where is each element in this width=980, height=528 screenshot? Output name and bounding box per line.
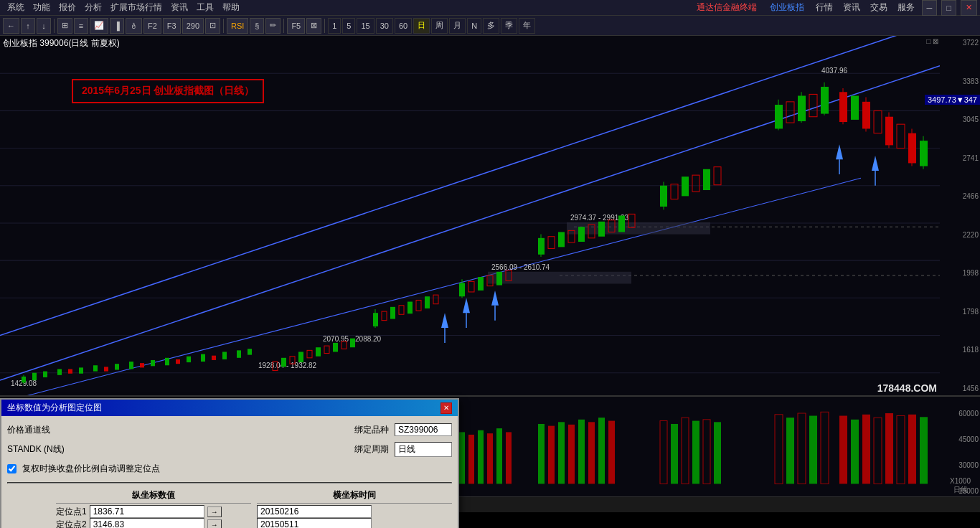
period-year[interactable]: 年	[519, 18, 535, 34]
adjust-ratio-label: 复权时换收盘价比例自动调整定位点	[22, 463, 160, 475]
dialog-row-2: STANDK (N线) 绑定周期 日线	[7, 440, 452, 458]
svg-rect-170	[660, 421, 667, 484]
nav-quotes[interactable]: 行情	[813, 1, 836, 14]
sep4	[324, 19, 325, 33]
indicator-label2: STANDK (N线)	[7, 443, 65, 456]
period-15[interactable]: 15	[357, 18, 374, 34]
svg-rect-81	[548, 237, 555, 249]
menu-system[interactable]: 系统	[3, 1, 29, 14]
menu-extended[interactable]: 扩展市场行情	[106, 1, 166, 14]
tb-back[interactable]: ←	[3, 18, 19, 34]
menu-function[interactable]: 功能	[29, 1, 55, 14]
svg-rect-46	[176, 359, 180, 364]
bind-period-value[interactable]: 日线	[395, 442, 452, 457]
menu-analysis[interactable]: 分析	[80, 1, 106, 14]
period-month[interactable]: 月	[449, 18, 466, 34]
svg-rect-71	[433, 295, 438, 304]
svg-text:4037.96: 4037.96	[821, 67, 847, 75]
svg-rect-84	[578, 227, 585, 242]
nav-news[interactable]: 资讯	[840, 1, 863, 14]
nav-service[interactable]: 服务	[895, 1, 918, 14]
tb-chart[interactable]: 📈	[90, 18, 108, 34]
value-column: 纵坐标数值 定位点1 → 定位点2 → 定位点3 →	[56, 489, 251, 528]
period-1[interactable]: 1	[328, 18, 341, 34]
tb-f3[interactable]: F3	[163, 18, 181, 34]
dialog-title-text: 坐标数值为分析图定位图	[7, 402, 102, 414]
point2-arrow[interactable]: →	[207, 519, 222, 529]
period-week[interactable]: 周	[431, 18, 448, 34]
point1-arrow[interactable]: →	[207, 506, 222, 517]
maximize-button[interactable]: □	[941, 0, 956, 16]
point2-label: 定位点2	[56, 519, 87, 529]
menu-tools[interactable]: 工具	[192, 1, 218, 14]
svg-rect-39	[93, 365, 98, 371]
tb-candle[interactable]: 🕯	[126, 18, 142, 34]
menu-quote[interactable]: 报价	[55, 1, 80, 14]
dialog[interactable]: 坐标数值为分析图定位图 ✕ 价格通道线 绑定品种 SZ399006 STANDK…	[0, 398, 459, 528]
svg-rect-66	[390, 307, 395, 319]
tb-rsi[interactable]: RSI	[227, 18, 248, 34]
svg-rect-69	[416, 300, 421, 311]
tb-290[interactable]: 290	[182, 18, 204, 34]
svg-rect-171	[671, 424, 678, 484]
tb-indicator1[interactable]: §	[250, 18, 264, 34]
period-n[interactable]: N	[467, 18, 481, 34]
nav-trade[interactable]: 交易	[867, 1, 890, 14]
tb-down[interactable]: ↓	[37, 18, 51, 34]
svg-marker-24	[463, 298, 470, 313]
vol-scale-30k: 30000	[942, 461, 979, 469]
point1-value[interactable]	[90, 505, 204, 518]
svg-rect-57	[307, 350, 312, 357]
tb-bar[interactable]: ▐	[110, 18, 124, 34]
svg-rect-181	[839, 416, 847, 484]
tb-grid[interactable]: ⊞	[57, 18, 72, 34]
time-row-1	[257, 505, 452, 518]
svg-rect-188	[920, 417, 928, 484]
period-multi[interactable]: 多	[483, 18, 499, 34]
svg-rect-160	[496, 428, 502, 484]
tb-list[interactable]: ≡	[74, 18, 88, 34]
point2-time[interactable]	[257, 518, 372, 528]
svg-text:1928.04 - 1932.82: 1928.04 - 1932.82	[258, 362, 316, 369]
tb-up[interactable]: ↑	[21, 18, 35, 34]
svg-rect-165	[568, 425, 575, 484]
brand-name: 通达信金融终端	[692, 1, 761, 14]
svg-rect-162	[538, 424, 545, 484]
svg-rect-34	[32, 373, 37, 380]
menu-info[interactable]: 资讯	[166, 1, 192, 14]
minimize-button[interactable]: ─	[922, 0, 938, 16]
bind-symbol-label: 绑定品种	[354, 424, 389, 436]
menu-help[interactable]: 帮助	[218, 1, 244, 14]
period-60[interactable]: 60	[395, 18, 412, 34]
toolbar: ← ↑ ↓ ⊞ ≡ 📈 ▐ 🕯 F2 F3 290 ⊡ RSI § ✏ F5 ⊠…	[0, 16, 980, 36]
dialog-close-button[interactable]: ✕	[440, 402, 452, 414]
indicator-label: 价格通道线	[7, 424, 50, 436]
dialog-title-bar: 坐标数值为分析图定位图 ✕	[1, 400, 458, 416]
tb-draw[interactable]: ✏	[265, 18, 281, 34]
point1-time[interactable]	[257, 505, 372, 518]
tb-f2[interactable]: F2	[143, 18, 161, 34]
bind-symbol-value[interactable]: SZ399006	[395, 423, 452, 436]
period-5[interactable]: 5	[342, 18, 355, 34]
tb-indicator2[interactable]: ⊠	[306, 18, 321, 34]
svg-rect-179	[809, 416, 817, 484]
point-row-2: 定位点2 →	[56, 518, 251, 528]
svg-rect-41	[115, 364, 119, 369]
svg-rect-88	[618, 216, 625, 232]
points-section: 纵坐标数值 定位点1 → 定位点2 → 定位点3 →	[7, 489, 452, 528]
period-30[interactable]: 30	[376, 18, 393, 34]
svg-rect-65	[382, 311, 387, 321]
period-quarter[interactable]: 季	[501, 18, 517, 34]
tb-special[interactable]: ⊡	[205, 18, 220, 34]
svg-rect-77	[496, 272, 502, 286]
point2-value[interactable]	[90, 518, 204, 528]
svg-rect-86	[598, 222, 605, 237]
adjust-ratio-checkbox[interactable]	[7, 464, 17, 473]
price-chart[interactable]: □ ⊠ 创业板指 399006(日线 前夏权) 2015年6月25日 创业板指截…	[0, 36, 980, 396]
period-day[interactable]: 日	[413, 18, 430, 34]
close-button[interactable]: ✕	[961, 0, 977, 16]
svg-rect-95	[703, 169, 710, 190]
svg-rect-74	[468, 281, 474, 292]
time-col-header: 横坐标时间	[257, 489, 452, 504]
tb-f5[interactable]: F5	[287, 18, 305, 34]
